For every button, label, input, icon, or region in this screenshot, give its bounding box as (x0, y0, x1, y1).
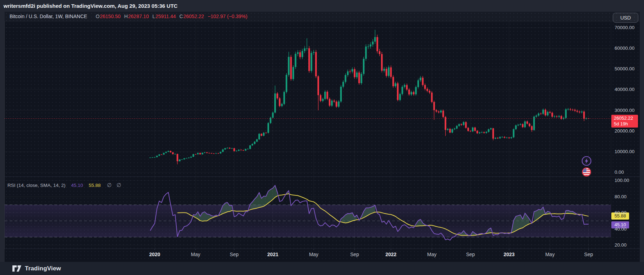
chart-bubbles (581, 156, 593, 178)
tradingview-snapshot: writersmfd2i published on TradingView.co… (0, 0, 644, 275)
tradingview-logo[interactable]: TradingView (12, 265, 61, 272)
tradingview-logo-text: TradingView (25, 265, 61, 272)
footer-bar: TradingView (0, 262, 644, 275)
currency-toggle-button[interactable]: USD (613, 13, 638, 23)
price-axis-drag-zone[interactable] (611, 21, 640, 249)
tradingview-logo-mark (12, 265, 22, 272)
us-flag-bubble-icon[interactable] (583, 168, 591, 176)
time-axis-drag-zone[interactable] (5, 249, 611, 262)
chart-canvas[interactable] (0, 0, 644, 275)
lightning-bubble-icon[interactable] (582, 157, 591, 166)
